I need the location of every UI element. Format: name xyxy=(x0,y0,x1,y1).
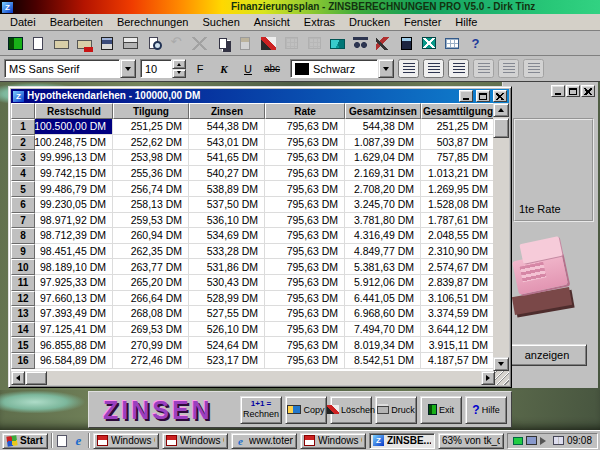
volume-icon[interactable] xyxy=(540,437,550,445)
table-cell[interactable]: 2.574,67 DM xyxy=(421,259,493,275)
table-cell[interactable]: 795,63 DM xyxy=(265,275,345,291)
menu-item-fenster[interactable]: Fenster xyxy=(398,15,447,29)
row-number[interactable]: 6 xyxy=(11,197,35,213)
table-cell[interactable]: 795,63 DM xyxy=(265,166,345,182)
table-cell[interactable]: 256,74 DM xyxy=(113,181,189,197)
help-button[interactable] xyxy=(464,33,486,54)
table-cell[interactable]: 540,27 DM xyxy=(189,166,265,182)
new-document-button[interactable] xyxy=(27,33,49,54)
doc-close-button[interactable] xyxy=(493,90,507,102)
table-cell[interactable]: 263,77 DM xyxy=(113,259,189,275)
table-cell[interactable]: 5.381,63 DM xyxy=(345,259,421,275)
anzeigen-button[interactable]: anzeigen xyxy=(507,344,587,366)
align-center-button[interactable] xyxy=(423,59,444,78)
table-cell[interactable]: 6.968,60 DM xyxy=(345,306,421,322)
table-cell[interactable]: 99.230,05 DM xyxy=(35,197,113,213)
table-cell[interactable]: 536,10 DM xyxy=(189,213,265,229)
row-number[interactable]: 12 xyxy=(11,291,35,307)
mail-button[interactable] xyxy=(326,33,348,54)
table-cell[interactable]: 6.441,05 DM xyxy=(345,291,421,307)
vertical-scroll-thumb[interactable] xyxy=(493,118,509,138)
druck-button[interactable]: Druck xyxy=(375,396,417,424)
save-button[interactable] xyxy=(96,33,118,54)
horizontal-scroll-thumb[interactable] xyxy=(25,371,47,385)
row-number[interactable]: 11 xyxy=(11,275,35,291)
table-cell[interactable]: 7.494,70 DM xyxy=(345,322,421,338)
table-cell[interactable]: 2.839,87 DM xyxy=(421,275,493,291)
calculator-button[interactable] xyxy=(395,33,417,54)
taskbar-task-5[interactable]: 63% von tk_do... xyxy=(438,433,504,449)
column-header[interactable]: Restschuld xyxy=(35,103,113,119)
table-cell[interactable]: 1.629,04 DM xyxy=(345,150,421,166)
table-cell[interactable]: 544,38 DM xyxy=(189,119,265,135)
table-cell[interactable]: 524,64 DM xyxy=(189,337,265,353)
font-size-spinner[interactable] xyxy=(172,59,186,78)
table-cell[interactable]: 795,63 DM xyxy=(265,228,345,244)
network-icon[interactable] xyxy=(553,436,564,445)
doc-minimize-button[interactable] xyxy=(459,90,473,102)
table-cell[interactable]: 1.269,95 DM xyxy=(421,181,493,197)
table-cell[interactable]: 3.781,80 DM xyxy=(345,213,421,229)
table-cell[interactable]: 270,99 DM xyxy=(113,337,189,353)
table-cell[interactable]: 3.374,59 DM xyxy=(421,306,493,322)
row-number[interactable]: 13 xyxy=(11,306,35,322)
column-header[interactable]: Gesamttilgung xyxy=(421,103,493,119)
table-cell[interactable]: 3.106,51 DM xyxy=(421,291,493,307)
spinner-down-button[interactable] xyxy=(172,69,186,79)
table-cell[interactable]: 795,63 DM xyxy=(265,337,345,353)
app-titlebar[interactable]: Z Finanzierungsplan - ZINSBERECHNUNGEN P… xyxy=(0,0,600,14)
display-settings-icon[interactable] xyxy=(526,436,537,445)
table-cell[interactable]: 96.584,89 DM xyxy=(35,353,113,369)
open-folder-button[interactable] xyxy=(50,33,72,54)
scroll-down-button[interactable] xyxy=(493,357,509,371)
table-cell[interactable]: 262,35 DM xyxy=(113,244,189,260)
table-cell[interactable]: 795,63 DM xyxy=(265,306,345,322)
table-cell[interactable]: 100.500,00 DM xyxy=(35,119,113,135)
underline-button[interactable]: U xyxy=(238,59,258,78)
exit-button[interactable]: Exit xyxy=(420,396,462,424)
font-name-combo[interactable]: MS Sans Serif xyxy=(4,59,136,78)
table-cell[interactable]: 8.542,51 DM xyxy=(345,353,421,369)
taskbar-task-3[interactable]: Windows C... xyxy=(300,433,366,449)
table-cell[interactable]: 4.316,49 DM xyxy=(345,228,421,244)
table-cell[interactable]: 3.245,70 DM xyxy=(345,197,421,213)
spinner-up-button[interactable] xyxy=(172,59,186,69)
print-button[interactable] xyxy=(119,33,141,54)
table-cell[interactable]: 543,01 DM xyxy=(189,135,265,151)
column-header[interactable]: Tilgung xyxy=(113,103,189,119)
menu-item-extras[interactable]: Extras xyxy=(298,15,341,29)
table-cell[interactable]: 96.855,88 DM xyxy=(35,337,113,353)
table-cell[interactable]: 541,65 DM xyxy=(189,150,265,166)
table-cell[interactable]: 795,63 DM xyxy=(265,135,345,151)
start-button[interactable]: Start xyxy=(2,433,48,449)
menu-item-drucken[interactable]: Drucken xyxy=(343,15,396,29)
table-cell[interactable]: 537,50 DM xyxy=(189,197,265,213)
format-brush-button[interactable] xyxy=(257,33,279,54)
font-color-dropdown-button[interactable] xyxy=(378,59,394,78)
rechnen-button[interactable]: 1+1 =Rechnen xyxy=(240,396,282,424)
table-cell[interactable]: 795,63 DM xyxy=(265,213,345,229)
table-cell[interactable]: 795,63 DM xyxy=(265,181,345,197)
table-cell[interactable]: 272,46 DM xyxy=(113,353,189,369)
table-cell[interactable]: 2.169,31 DM xyxy=(345,166,421,182)
table-cell[interactable]: 526,10 DM xyxy=(189,322,265,338)
row-number[interactable]: 3 xyxy=(11,150,35,166)
table-cell[interactable]: 252,62 DM xyxy=(113,135,189,151)
minimize-button[interactable] xyxy=(551,85,565,97)
table-cell[interactable]: 5.912,06 DM xyxy=(345,275,421,291)
table-cell[interactable]: 795,63 DM xyxy=(265,322,345,338)
table-cell[interactable]: 97.925,33 DM xyxy=(35,275,113,291)
table-cell[interactable]: 98.189,10 DM xyxy=(35,259,113,275)
status-led-icon[interactable] xyxy=(513,437,523,445)
table-cell[interactable]: 795,63 DM xyxy=(265,119,345,135)
table-cell[interactable]: 268,08 DM xyxy=(113,306,189,322)
table-cell[interactable]: 4.849,77 DM xyxy=(345,244,421,260)
table-cell[interactable]: 757,85 DM xyxy=(421,150,493,166)
copy-button[interactable]: Copy xyxy=(285,396,327,424)
table-cell[interactable]: 544,38 DM xyxy=(345,119,421,135)
align-right-button[interactable] xyxy=(448,59,469,78)
taskbar-task-4[interactable]: ZINSBE... xyxy=(369,433,435,449)
row-number[interactable]: 1 xyxy=(11,119,35,135)
table-cell[interactable]: 99.996,13 DM xyxy=(35,150,113,166)
scroll-left-button[interactable] xyxy=(11,371,25,385)
